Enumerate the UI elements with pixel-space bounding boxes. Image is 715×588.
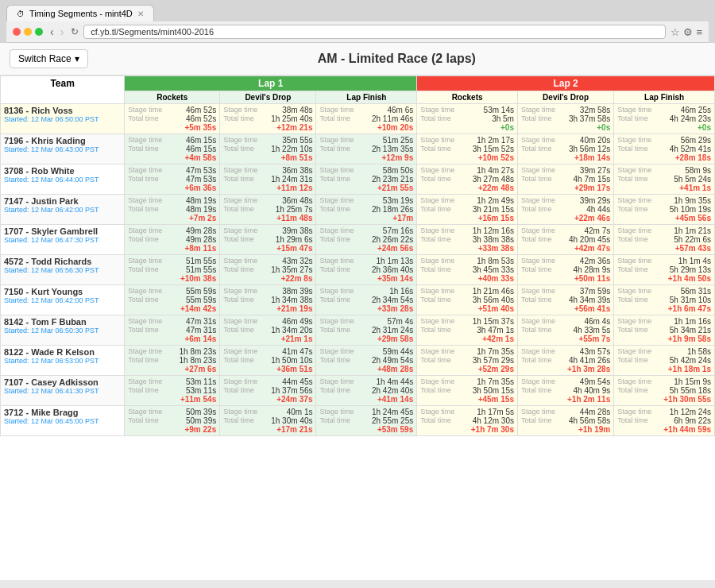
table-row: 8122 - Wade R Kelson Started: 12 Mar 06:… [1, 346, 715, 376]
stage-label: Stage time [128, 317, 162, 326]
team-cell: 8136 - Rich Voss Started: 12 Mar 06:50:0… [1, 104, 125, 134]
lap2_finish-cell: Stage time 56m 31s Total time 5h 31m 10s… [614, 285, 715, 315]
time-behind: +1h 7m 30s [471, 425, 514, 434]
stage-value: 36m 38s [282, 166, 312, 175]
stage-label: Stage time [521, 166, 555, 175]
total-label: Total time [223, 114, 254, 123]
address-bar[interactable]: cf.yb.tl/Segments/mint400-2016 [83, 25, 666, 39]
lap2_finish-cell: Stage time 1h 15m 9s Total time 5h 55m 1… [614, 376, 715, 406]
stage-value: 1h 12m 16s [473, 226, 514, 235]
lap2_rockets-cell: Stage time 1h 2m 17s Total time 3h 15m 5… [417, 134, 518, 164]
stage-value: 1h 17m 5s [477, 408, 514, 416]
total-value: 4h 34m 39s [569, 296, 610, 304]
active-tab[interactable]: ⏱ Timing Segments - mint4D ✕ [6, 5, 154, 21]
total-label: Total time [420, 205, 451, 214]
team-started: Started: 12 Mar 06:45:00 PST [4, 417, 121, 425]
stage-label: Stage time [420, 166, 454, 175]
stage-label: Stage time [128, 196, 162, 205]
total-label: Total time [617, 114, 648, 123]
time-behind: +42m 1s [482, 335, 514, 343]
total-label: Total time [617, 326, 648, 335]
stage-value: 47m 53s [186, 166, 216, 175]
stage-value: 1h 58s [687, 347, 711, 356]
time-behind: +1h 3m 28s [567, 365, 610, 373]
total-value: 4h 7m 15s [574, 175, 611, 184]
time-behind: +1h 19m [578, 425, 610, 434]
stage-label: Stage time [617, 136, 651, 145]
stage-label: Stage time [128, 166, 162, 175]
total-value: 1h 29m 6s [276, 235, 313, 244]
maximize-traffic-light[interactable] [35, 28, 43, 36]
lap1_devils-cell: Stage time 40m 1s Total time 1h 30m 40s … [220, 406, 316, 436]
stage-value: 1h 1m 16s [674, 317, 711, 326]
lap1_finish-cell: Stage time 1h 24m 45s Total time 2h 55m … [316, 406, 417, 436]
page-content: Switch Race ▾ AM - Limited Race (2 laps)… [0, 43, 715, 580]
stage-value: 38m 48s [282, 106, 312, 114]
total-label: Total time [521, 356, 552, 365]
lap1_finish-cell: Stage time 1h 1m 13s Total time 2h 36m 4… [316, 255, 417, 285]
browser-chrome: ⏱ Timing Segments - mint4D ✕ ‹ › ↻ cf.yb… [0, 0, 715, 43]
lap2_devils-cell: Stage time 32m 58s Total time 3h 37m 58s… [517, 104, 613, 134]
total-value: 48m 19s [186, 205, 216, 214]
total-label: Total time [521, 296, 552, 304]
time-behind: +48m 28s [377, 365, 413, 373]
lap1-finish-header: Lap Finish [316, 91, 417, 104]
stage-value: 44m 45s [282, 377, 312, 386]
stage-label: Stage time [128, 257, 162, 265]
total-label: Total time [223, 145, 254, 153]
close-traffic-light[interactable] [13, 28, 21, 36]
time-behind: +41m 14s [377, 395, 413, 404]
total-label: Total time [521, 386, 552, 395]
total-label: Total time [420, 296, 451, 304]
tab-close-btn[interactable]: ✕ [137, 10, 144, 18]
total-label: Total time [319, 356, 350, 365]
forward-button[interactable]: › [58, 25, 67, 38]
total-value: 4h 41m 26s [569, 356, 610, 365]
back-button[interactable]: ‹ [48, 25, 56, 38]
stage-label: Stage time [420, 106, 454, 114]
lap2_rockets-cell: Stage time 1h 7m 35s Total time 3h 50m 1… [417, 376, 518, 406]
total-value: 1h 35m 27s [271, 265, 312, 274]
time-behind: +35m 14s [377, 274, 413, 283]
team-cell: 7150 - Kurt Youngs Started: 12 Mar 06:42… [1, 285, 125, 315]
lap1-devils-header: Devil's Drop [220, 91, 316, 104]
stage-label: Stage time [521, 287, 555, 296]
stage-value: 49m 54s [580, 377, 610, 386]
total-value: 2h 49m 54s [372, 356, 413, 365]
bookmark-icon[interactable]: ☆ [671, 26, 680, 38]
time-behind: +4m 58s [184, 153, 216, 162]
stage-value: 53m 19s [383, 196, 413, 205]
total-value: 2h 36m 40s [372, 265, 413, 274]
minimize-traffic-light[interactable] [24, 28, 32, 36]
time-behind: +11m 12s [276, 184, 312, 192]
stage-value: 1h 4m 44s [377, 377, 414, 386]
team-name: 7196 - Khris Kading [4, 136, 121, 145]
total-value: 55m 59s [186, 296, 216, 304]
reload-button[interactable]: ↻ [71, 26, 79, 37]
time-behind: +6m 36s [184, 184, 216, 192]
total-label: Total time [617, 386, 648, 395]
total-label: Total time [319, 326, 350, 335]
stage-label: Stage time [319, 408, 354, 416]
team-name: 4572 - Todd Richards [4, 257, 121, 266]
lap1_devils-cell: Stage time 46m 49s Total time 1h 34m 20s… [220, 315, 316, 346]
total-value: 3h 38m 38s [473, 235, 514, 244]
extension-icon[interactable]: ⚙ [683, 26, 693, 38]
time-behind: +24m 37s [276, 395, 312, 404]
stage-value: 50m 39s [186, 408, 216, 416]
menu-icon[interactable]: ≡ [696, 26, 702, 38]
stage-value: 48m 19s [186, 196, 216, 205]
table-row: 4572 - Todd Richards Started: 12 Mar 06:… [1, 255, 715, 285]
stage-label: Stage time [521, 317, 555, 326]
lap2-finish-header: Lap Finish [614, 91, 715, 104]
stage-label: Stage time [617, 317, 651, 326]
stage-value: 46m 4s [584, 317, 610, 326]
time-behind: +1h 4m 50s [668, 274, 711, 283]
table-row: 3712 - Mike Bragg Started: 12 Mar 06:45:… [1, 406, 715, 436]
time-behind: +1h 30m 55s [663, 395, 711, 404]
total-value: 1h 50m 10s [271, 356, 312, 365]
time-behind: +21m 1s [281, 335, 313, 343]
switch-race-button[interactable]: Switch Race ▾ [10, 49, 88, 68]
team-started: Started: 12 Mar 06:41:30 PST [4, 387, 121, 395]
stage-label: Stage time [128, 287, 162, 296]
